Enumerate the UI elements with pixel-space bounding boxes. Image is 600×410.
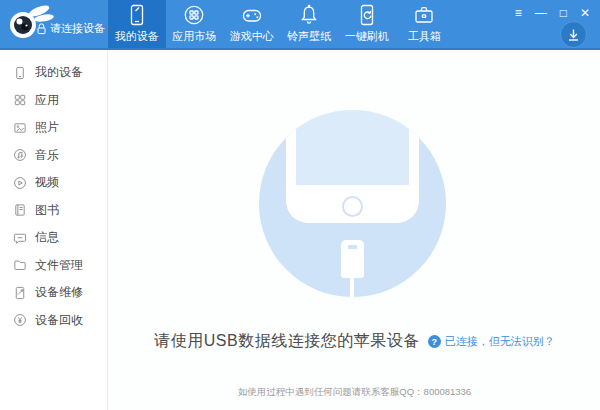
connector-slot — [348, 245, 357, 249]
tab-ringtone-wallpaper[interactable]: 铃声壁纸 — [281, 0, 339, 48]
sidebar-item-label: 应用 — [35, 92, 59, 109]
help-link-text: 已连接，但无法识别？ — [445, 334, 555, 349]
tab-toolbox[interactable]: 工具箱 — [396, 0, 454, 48]
messages-icon — [13, 231, 27, 245]
game-center-icon — [241, 4, 263, 26]
sidebar-item-label: 音乐 — [35, 147, 59, 164]
device-recycle-icon — [13, 313, 27, 327]
sidebar-item-device-repair[interactable]: 设备维修 — [0, 279, 107, 307]
sidebar-item-apps[interactable]: 应用 — [0, 87, 107, 115]
minimize-icon[interactable]: — — [535, 6, 547, 20]
sidebar-item-books[interactable]: 图书 — [0, 197, 107, 225]
phone-home-button — [342, 196, 363, 217]
connect-message: 请使用USB数据线连接您的苹果设备 — [154, 331, 419, 352]
tab-label: 我的设备 — [115, 29, 159, 44]
connect-message-row: 请使用USB数据线连接您的苹果设备 ? 已连接，但无法识别？ — [109, 331, 600, 352]
window-controls: ≡ — □ ✕ — [515, 6, 590, 20]
tab-label: 铃声壁纸 — [287, 29, 331, 44]
app-market-icon — [183, 4, 205, 26]
tab-flash-device[interactable]: 一键刷机 — [338, 0, 396, 48]
tab-my-device[interactable]: 我的设备 — [108, 0, 166, 48]
sidebar-item-video[interactable]: 视频 — [0, 169, 107, 197]
tab-label: 游戏中心 — [230, 29, 274, 44]
sidebar-item-label: 照片 — [35, 119, 59, 136]
video-icon — [13, 176, 27, 190]
question-mark-icon: ? — [428, 335, 441, 348]
sidebar-item-my-device[interactable]: 我的设备 — [0, 59, 107, 87]
connected-not-recognized-link[interactable]: ? 已连接，但无法识别？ — [428, 334, 555, 349]
sidebar-item-label: 设备回收 — [35, 312, 83, 329]
download-icon — [567, 28, 580, 42]
my-device-icon — [126, 4, 148, 26]
music-icon — [13, 148, 27, 162]
main-content: 请使用USB数据线连接您的苹果设备 ? 已连接，但无法识别？ 如使用过程中遇到任… — [109, 50, 600, 410]
menu-icon[interactable]: ≡ — [515, 6, 522, 20]
connection-status-text: 请连接设备 — [50, 21, 105, 36]
tab-app-market[interactable]: 应用市场 — [166, 0, 224, 48]
sidebar-item-photos[interactable]: 照片 — [0, 114, 107, 142]
connect-illustration — [259, 110, 446, 297]
sidebar-item-label: 视频 — [35, 174, 59, 191]
tab-label: 一键刷机 — [345, 29, 389, 44]
main-nav-tabs: 我的设备 应用市场 — [108, 0, 453, 48]
close-icon[interactable]: ✕ — [580, 6, 590, 20]
connection-status: 请连接设备 — [37, 21, 105, 36]
photos-icon — [13, 121, 27, 135]
sidebar-item-file-manager[interactable]: 文件管理 — [0, 252, 107, 280]
toolbox-icon — [413, 4, 435, 26]
lock-icon — [37, 23, 46, 35]
usb-cable — [350, 278, 354, 297]
sidebar-item-label: 图书 — [35, 202, 59, 219]
phone-illustration — [286, 110, 419, 223]
sidebar-item-music[interactable]: 音乐 — [0, 142, 107, 170]
sidebar-item-label: 文件管理 — [35, 257, 83, 274]
device-icon — [13, 66, 27, 80]
maximize-icon[interactable]: □ — [560, 6, 567, 20]
sidebar-item-label: 信息 — [35, 229, 59, 246]
topbar: 请连接设备 我的设备 应用市场 — [0, 0, 600, 50]
ringtone-wallpaper-icon — [298, 4, 320, 26]
download-button[interactable] — [560, 21, 587, 48]
sidebar-item-label: 我的设备 — [35, 64, 83, 81]
file-manager-icon — [13, 258, 27, 272]
apps-icon — [13, 93, 27, 107]
support-contact-note: 如使用过程中遇到任何问题请联系客服QQ：800081336 — [109, 386, 600, 399]
flash-device-icon — [356, 4, 378, 26]
books-icon — [13, 203, 27, 217]
tab-label: 应用市场 — [172, 29, 216, 44]
app-window: 请连接设备 我的设备 应用市场 — [0, 0, 600, 410]
phone-screen — [296, 110, 409, 185]
sidebar-item-device-recycle[interactable]: 设备回收 — [0, 307, 107, 335]
device-repair-icon — [13, 286, 27, 300]
tab-game-center[interactable]: 游戏中心 — [223, 0, 281, 48]
tab-label: 工具箱 — [408, 29, 441, 44]
lightning-connector-icon — [341, 240, 364, 278]
sidebar-item-messages[interactable]: 信息 — [0, 224, 107, 252]
sidebar: 我的设备 应用 照片 — [0, 50, 108, 410]
sidebar-item-label: 设备维修 — [35, 284, 83, 301]
